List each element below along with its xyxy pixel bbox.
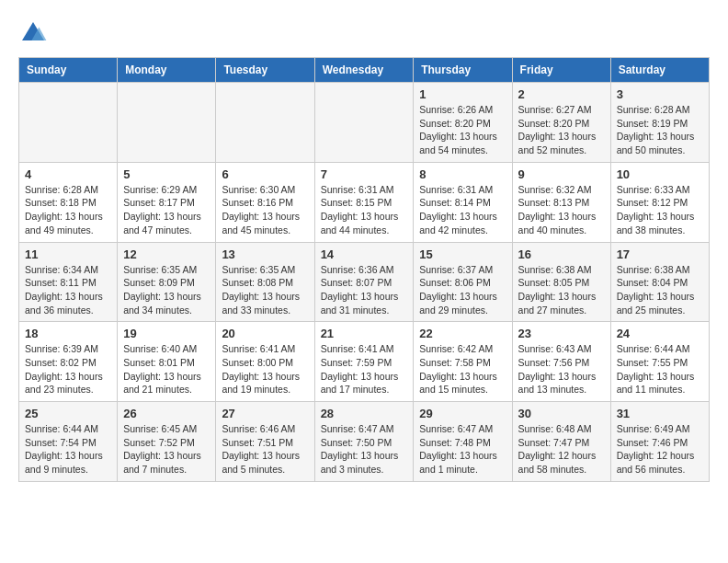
cell-info: Sunrise: 6:38 AMSunset: 8:04 PMDaylight:…: [617, 263, 703, 317]
header-cell-monday: Monday: [118, 58, 216, 83]
calendar-cell: 30Sunrise: 6:48 AMSunset: 7:47 PMDayligh…: [512, 402, 610, 482]
cell-info: Sunrise: 6:43 AMSunset: 7:56 PMDaylight:…: [518, 342, 605, 396]
calendar-cell: 16Sunrise: 6:38 AMSunset: 8:05 PMDayligh…: [512, 242, 610, 322]
cell-info: Sunrise: 6:48 AMSunset: 7:47 PMDaylight:…: [518, 422, 605, 477]
calendar-cell: 12Sunrise: 6:35 AMSunset: 8:09 PMDayligh…: [118, 242, 216, 322]
cell-date: 30: [518, 407, 605, 420]
header-cell-tuesday: Tuesday: [216, 58, 314, 83]
cell-info: Sunrise: 6:47 AMSunset: 7:48 PMDaylight:…: [419, 422, 506, 477]
cell-info: Sunrise: 6:41 AMSunset: 8:00 PMDaylight:…: [222, 342, 308, 396]
cell-info: Sunrise: 6:34 AMSunset: 8:11 PMDaylight:…: [25, 263, 111, 317]
calendar-cell: 14Sunrise: 6:36 AMSunset: 8:07 PMDayligh…: [314, 242, 414, 322]
calendar-week-5: 25Sunrise: 6:44 AMSunset: 7:54 PMDayligh…: [19, 402, 710, 482]
calendar-cell: 9Sunrise: 6:32 AMSunset: 8:13 PMDaylight…: [512, 162, 610, 242]
calendar-cell: 5Sunrise: 6:29 AMSunset: 8:17 PMDaylight…: [118, 162, 216, 242]
calendar-cell: 10Sunrise: 6:33 AMSunset: 8:12 PMDayligh…: [610, 162, 709, 242]
calendar-cell: 18Sunrise: 6:39 AMSunset: 8:02 PMDayligh…: [19, 322, 118, 402]
header-cell-friday: Friday: [512, 58, 610, 83]
calendar-week-4: 18Sunrise: 6:39 AMSunset: 8:02 PMDayligh…: [19, 322, 710, 402]
calendar-cell: 29Sunrise: 6:47 AMSunset: 7:48 PMDayligh…: [414, 402, 512, 482]
cell-date: 27: [222, 407, 308, 420]
calendar-cell: 11Sunrise: 6:34 AMSunset: 8:11 PMDayligh…: [19, 242, 118, 322]
calendar-cell: 7Sunrise: 6:31 AMSunset: 8:15 PMDaylight…: [314, 162, 414, 242]
cell-info: Sunrise: 6:32 AMSunset: 8:13 PMDaylight:…: [518, 183, 605, 237]
cell-date: 7: [321, 167, 408, 181]
calendar-cell: [118, 83, 216, 163]
cell-info: Sunrise: 6:49 AMSunset: 7:46 PMDaylight:…: [617, 422, 703, 477]
calendar-cell: 4Sunrise: 6:28 AMSunset: 8:18 PMDaylight…: [19, 162, 118, 242]
cell-date: 10: [617, 167, 703, 181]
calendar-header: SundayMondayTuesdayWednesdayThursdayFrid…: [19, 58, 710, 83]
cell-date: 15: [419, 247, 506, 261]
cell-date: 22: [419, 327, 506, 340]
cell-date: 26: [123, 407, 210, 420]
cell-info: Sunrise: 6:31 AMSunset: 8:14 PMDaylight:…: [419, 183, 506, 237]
calendar-cell: 2Sunrise: 6:27 AMSunset: 8:20 PMDaylight…: [512, 83, 610, 163]
cell-info: Sunrise: 6:47 AMSunset: 7:50 PMDaylight:…: [321, 422, 408, 477]
cell-info: Sunrise: 6:28 AMSunset: 8:18 PMDaylight:…: [25, 183, 111, 237]
header-cell-thursday: Thursday: [414, 58, 512, 83]
cell-date: 11: [25, 247, 111, 261]
cell-date: 2: [518, 87, 605, 101]
cell-date: 13: [222, 247, 308, 261]
cell-info: Sunrise: 6:44 AMSunset: 7:54 PMDaylight:…: [25, 422, 111, 477]
cell-info: Sunrise: 6:28 AMSunset: 8:19 PMDaylight:…: [617, 103, 703, 157]
cell-info: Sunrise: 6:27 AMSunset: 8:20 PMDaylight:…: [518, 103, 605, 157]
header-cell-wednesday: Wednesday: [314, 58, 414, 83]
cell-info: Sunrise: 6:41 AMSunset: 7:59 PMDaylight:…: [321, 342, 408, 396]
calendar-cell: 26Sunrise: 6:45 AMSunset: 7:52 PMDayligh…: [118, 402, 216, 482]
calendar-week-3: 11Sunrise: 6:34 AMSunset: 8:11 PMDayligh…: [19, 242, 710, 322]
calendar-cell: 13Sunrise: 6:35 AMSunset: 8:08 PMDayligh…: [216, 242, 314, 322]
cell-date: 12: [123, 247, 210, 261]
cell-date: 5: [123, 167, 210, 181]
logo-icon: [18, 18, 48, 48]
calendar-cell: 22Sunrise: 6:42 AMSunset: 7:58 PMDayligh…: [414, 322, 512, 402]
calendar-cell: 17Sunrise: 6:38 AMSunset: 8:04 PMDayligh…: [610, 242, 709, 322]
cell-date: 19: [123, 327, 210, 340]
calendar-cell: 24Sunrise: 6:44 AMSunset: 7:55 PMDayligh…: [610, 322, 709, 402]
cell-date: 23: [518, 327, 605, 340]
cell-date: 24: [617, 327, 703, 340]
cell-info: Sunrise: 6:29 AMSunset: 8:17 PMDaylight:…: [123, 183, 210, 237]
header-cell-saturday: Saturday: [610, 58, 709, 83]
cell-date: 4: [25, 167, 111, 181]
cell-info: Sunrise: 6:45 AMSunset: 7:52 PMDaylight:…: [123, 422, 210, 477]
header-cell-sunday: Sunday: [19, 58, 118, 83]
cell-date: 9: [518, 167, 605, 181]
cell-info: Sunrise: 6:46 AMSunset: 7:51 PMDaylight:…: [222, 422, 308, 477]
header-row: SundayMondayTuesdayWednesdayThursdayFrid…: [19, 58, 710, 83]
cell-date: 28: [321, 407, 408, 420]
calendar-cell: 25Sunrise: 6:44 AMSunset: 7:54 PMDayligh…: [19, 402, 118, 482]
calendar-cell: [216, 83, 314, 163]
cell-info: Sunrise: 6:30 AMSunset: 8:16 PMDaylight:…: [222, 183, 308, 237]
cell-info: Sunrise: 6:33 AMSunset: 8:12 PMDaylight:…: [617, 183, 703, 237]
calendar-cell: 31Sunrise: 6:49 AMSunset: 7:46 PMDayligh…: [610, 402, 709, 482]
cell-info: Sunrise: 6:38 AMSunset: 8:05 PMDaylight:…: [518, 263, 605, 317]
calendar-week-1: 1Sunrise: 6:26 AMSunset: 8:20 PMDaylight…: [19, 83, 710, 163]
cell-date: 8: [419, 167, 506, 181]
calendar-body: 1Sunrise: 6:26 AMSunset: 8:20 PMDaylight…: [19, 83, 710, 482]
cell-date: 1: [419, 87, 506, 101]
cell-date: 31: [617, 407, 703, 420]
cell-info: Sunrise: 6:42 AMSunset: 7:58 PMDaylight:…: [419, 342, 506, 396]
cell-info: Sunrise: 6:35 AMSunset: 8:09 PMDaylight:…: [123, 263, 210, 317]
calendar-cell: 27Sunrise: 6:46 AMSunset: 7:51 PMDayligh…: [216, 402, 314, 482]
cell-info: Sunrise: 6:26 AMSunset: 8:20 PMDaylight:…: [419, 103, 506, 157]
calendar-cell: 8Sunrise: 6:31 AMSunset: 8:14 PMDaylight…: [414, 162, 512, 242]
cell-date: 3: [617, 87, 703, 101]
calendar-cell: 15Sunrise: 6:37 AMSunset: 8:06 PMDayligh…: [414, 242, 512, 322]
logo: [18, 18, 51, 48]
cell-date: 17: [617, 247, 703, 261]
calendar-cell: 23Sunrise: 6:43 AMSunset: 7:56 PMDayligh…: [512, 322, 610, 402]
calendar-table: SundayMondayTuesdayWednesdayThursdayFrid…: [18, 57, 710, 482]
cell-info: Sunrise: 6:44 AMSunset: 7:55 PMDaylight:…: [617, 342, 703, 396]
cell-info: Sunrise: 6:31 AMSunset: 8:15 PMDaylight:…: [321, 183, 408, 237]
cell-date: 25: [25, 407, 111, 420]
cell-date: 20: [222, 327, 308, 340]
cell-info: Sunrise: 6:35 AMSunset: 8:08 PMDaylight:…: [222, 263, 308, 317]
cell-date: 29: [419, 407, 506, 420]
calendar-cell: 1Sunrise: 6:26 AMSunset: 8:20 PMDaylight…: [414, 83, 512, 163]
cell-info: Sunrise: 6:40 AMSunset: 8:01 PMDaylight:…: [123, 342, 210, 396]
cell-date: 18: [25, 327, 111, 340]
cell-date: 21: [321, 327, 408, 340]
